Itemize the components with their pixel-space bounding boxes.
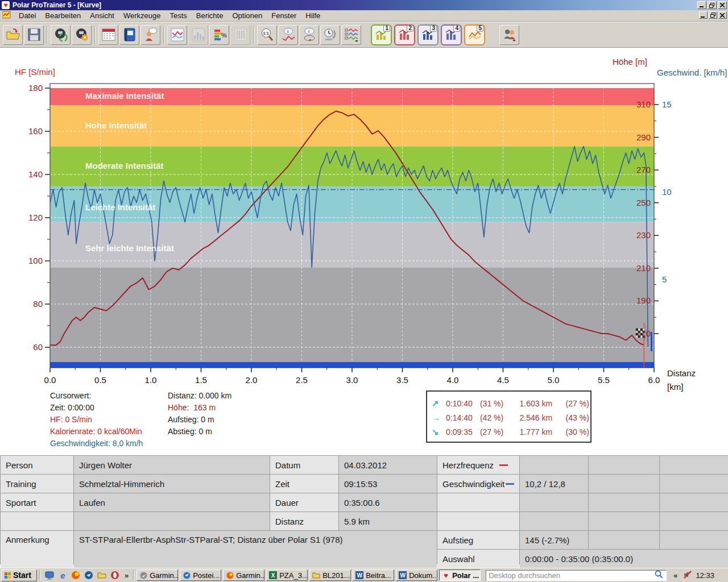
sportart-label: Sportart [1,493,73,512]
save-button[interactable] [24,25,44,45]
show-desktop-icon[interactable] [45,571,55,580]
persons-button[interactable] [499,25,519,45]
taskbar-item-beitrag-document[interactable]: WBeitra... [353,569,394,581]
chart-2-button[interactable]: 2 [394,24,415,45]
finish-flag-icon [636,333,638,335]
x-tick-label: 6.0 [648,375,660,385]
finish-flag-icon [638,329,640,331]
zoom-1-1-button[interactable]: 1:1 [257,25,277,45]
mdi-restore-button[interactable] [709,11,717,19]
quick-folder-icon[interactable] [97,571,107,580]
time-zoom-button[interactable] [320,25,340,45]
dauer-label: Dauer [270,493,338,512]
menu-optionen[interactable]: Optionen [228,10,267,21]
finish-flag-icon [640,333,643,335]
auswahl-label: Auswahl [437,550,519,568]
curve-view-button[interactable] [167,25,187,45]
menu-berichte[interactable]: Berichte [192,10,228,21]
curve-info-button[interactable]: i [278,25,298,45]
finish-flag-icon [643,333,645,335]
chart-1-button[interactable]: 1 [371,24,392,45]
watch-settings-button[interactable] [72,25,92,45]
firefox-icon[interactable] [71,571,81,580]
zone-label-hohe: Hohe Intensität [85,120,147,130]
desktop-search-input[interactable] [489,571,653,580]
distanz-value: 5.9 km [339,512,437,530]
aufstieg-label: Aufstieg [437,531,519,549]
tray-chevron-icon[interactable]: « [671,571,680,580]
taskbar-item-dokument[interactable]: WDokum... [396,569,437,581]
menu-fenster[interactable]: Fenster [267,10,301,21]
person-info-button[interactable] [140,25,160,45]
speed-tick-label: 10 [662,187,672,197]
thunderbird-icon[interactable] [84,571,94,580]
menu-datei[interactable]: Datei [14,10,40,21]
close-button[interactable] [718,1,727,9]
speed-curve [50,362,654,368]
hf-tick-label: 80 [33,299,43,309]
curve-select-button[interactable] [341,25,361,45]
chart-5-button[interactable]: 5 [464,24,485,45]
percent-view-button[interactable]: % [209,25,229,45]
opera-icon[interactable] [110,571,120,580]
start-button[interactable]: Start [1,569,37,581]
mail-icon [183,571,191,579]
mdi-minimize-button[interactable] [699,11,708,19]
grid-view-button[interactable] [230,25,250,45]
sportart-value: Laufen [74,493,270,512]
training-value: Schmelztal-Himmerich [74,475,270,493]
diary-button[interactable] [119,25,139,45]
menu-hilfe[interactable]: Hilfe [301,10,325,21]
garmin-agent-icon [139,571,147,579]
altitude-tick-label: 250 [636,198,651,207]
menu-bearbeiten[interactable]: Bearbeiten [40,10,85,21]
datum-value: 04.03.2012 [339,456,437,474]
mdi-close-button[interactable] [718,11,727,19]
calendar-button[interactable] [98,25,118,45]
hf-tick-label: 180 [28,83,43,93]
finish-flag-icon [638,333,640,335]
taskbar-item-garmin-agent[interactable]: Garmin... [136,569,178,581]
hf-tick-label: 120 [28,213,43,222]
quick-launch-overflow-chevron[interactable]: » [122,571,131,580]
menu-werkzeuge[interactable]: Werkzeuge [119,10,166,21]
zeit-label: Zeit [270,475,338,493]
menu-tests[interactable]: Tests [165,10,191,21]
altitude-curve [50,111,644,346]
herzfrequenz-label: Herzfrequenz [437,456,519,474]
finish-flag-icon [638,331,640,333]
volume-muted-icon[interactable] [683,571,692,580]
taskbar-item-garmin-browser[interactable]: Garmin... [223,569,264,581]
geschwindigkeit-value: 10,2 / 12,8 [520,475,588,493]
taskbar-item-bl-folder[interactable]: BL201... [309,569,351,581]
word-icon: W [399,571,407,579]
search-icon[interactable] [655,570,663,580]
auswahl-value: 0:00:00 - 0:35:00 (0:35:00.0) [520,550,728,568]
transfer-from-watch-button[interactable] [51,25,71,45]
exercise-data-table: Person Jürgen Wolter Datum 04.03.2012 He… [0,455,728,564]
x-tick-label: 1.0 [145,375,157,385]
quick-launch: e [45,571,120,580]
altitude-tick-label: 230 [636,230,651,240]
clock: 12:33 [696,571,714,580]
chart-4-button[interactable]: 4 [441,24,462,45]
toolbar: % 1:1 i i 1 2 3 4 5 [0,22,728,48]
hf-legend-dash-icon [499,464,508,466]
chart-3-button[interactable]: 3 [417,24,439,45]
taskbar-item-pza-spreadsheet[interactable]: XPZA_3... [266,569,308,581]
kurve-document-icon [2,11,11,20]
menu-ansicht[interactable]: Ansicht [85,10,119,21]
lap-info-button[interactable]: i [299,25,319,45]
finish-flag-icon [640,329,643,331]
taskbar-item-posteingang[interactable]: Postei... [180,569,221,581]
minimize-button[interactable] [697,1,706,9]
open-button[interactable] [3,25,23,45]
bar-view-button[interactable] [188,25,208,45]
finish-marker-label: Schm [642,325,648,341]
polar-heart-icon: ♥ [442,571,450,579]
restore-button[interactable] [708,1,717,9]
taskbar: Start e » Garmin... Postei... Garmin... … [0,568,728,582]
internet-explorer-icon[interactable]: e [58,571,68,580]
summary-row-flat: → 0:14:40(42 %) 2.546 km(43 %) [432,410,590,425]
taskbar-item-polar-protrainer[interactable]: ♥Polar ... [439,569,481,581]
